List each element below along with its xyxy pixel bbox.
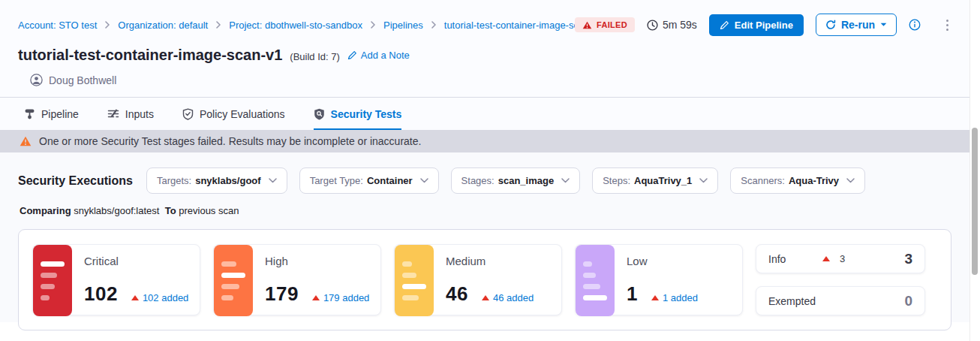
user-avatar-icon [30,74,43,86]
tab-policy-evaluations[interactable]: Policy Evaluations [182,98,285,130]
delta-up-icon [651,295,659,300]
low-severity-glyph [576,245,615,316]
delta-up-icon [482,295,489,300]
info-icon[interactable] [909,19,921,31]
chevron-right-icon [369,21,377,29]
filter-targets-label: Targets: [157,175,191,186]
delta-up-icon [312,295,320,300]
comparing-label: Comparing [20,205,71,216]
tab-policy-evaluations-label: Policy Evaluations [200,108,285,120]
exempted-card[interactable]: Exempted 0 [756,286,925,315]
comparing-target: snyklabs/goof:latest [74,205,159,216]
rerun-label: Re-run [841,19,875,31]
author-name: Doug Bothwell [49,74,116,86]
low-count: 1 [627,282,638,306]
build-id: (Build Id: 7) [290,51,339,62]
high-count: 179 [265,282,299,306]
high-card[interactable]: High 179 179 added [213,244,381,315]
critical-severity-glyph [33,245,72,316]
pipeline-icon [24,108,35,119]
medium-delta: 46 added [493,292,534,303]
tab-security-tests-label: Security Tests [331,108,402,120]
status-badge: FAILED [575,17,635,32]
chevron-down-icon [699,178,708,183]
filter-scanners-value: Aqua-Trivy [789,175,839,186]
tab-pipeline[interactable]: Pipeline [24,98,79,130]
warning-banner: One or more Security Test stages failed.… [0,130,969,152]
tab-inputs-label: Inputs [125,108,154,120]
tab-security-tests[interactable]: Security Tests [314,98,402,130]
breadcrumb: Account: STO test Organization: default … [18,20,575,31]
breadcrumb-project[interactable]: Project: dbothwell-sto-sandbox [229,20,362,31]
security-executions-panel: Security Executions Targets: snyklabs/go… [0,152,969,322]
refresh-icon [825,20,836,30]
duration: 5m 59s [647,19,697,31]
page-title: tutorial-test-container-image-scan-v1 [18,47,282,64]
shield-check-icon [182,108,194,120]
more-options-kebab-icon[interactable] [943,18,951,32]
critical-label: Critical [84,255,200,267]
author-row: Doug Bothwell [30,74,951,86]
duration-value: 5m 59s [663,19,697,31]
breadcrumb-account[interactable]: Account: STO test [18,20,97,31]
critical-count: 102 [84,282,118,306]
high-severity-glyph [214,245,253,316]
critical-card[interactable]: Critical 102 102 added [32,244,200,315]
chevron-down-icon [880,23,887,27]
security-shield-icon [314,108,325,120]
filter-stages[interactable]: Stages: scan_image [451,167,581,194]
high-label: High [265,255,380,267]
filter-target-type-label: Target Type: [310,175,363,186]
pencil-icon [347,50,357,60]
exempted-label: Exempted [768,295,822,307]
filter-targets[interactable]: Targets: snyklabs/goof [146,167,287,194]
low-delta: 1 added [663,292,698,303]
high-delta: 179 added [323,292,369,303]
info-label: Info [768,253,822,265]
pipeline-execution-page: Account: STO test Organization: default … [0,0,969,341]
filter-steps[interactable]: Steps: AquaTrivy_1 [592,167,718,194]
tab-inputs[interactable]: Inputs [107,98,154,130]
comparing-line: Comparing snyklabs/goof:latest To previo… [20,205,951,216]
chevron-down-icon [561,178,570,183]
filter-steps-label: Steps: [603,175,630,186]
filter-target-type[interactable]: Target Type: Container [299,167,439,194]
vertical-scrollbar [969,0,980,341]
medium-card[interactable]: Medium 46 46 added [394,244,562,315]
execution-tabs: Pipeline Inputs Policy Evaluations Secur… [0,98,969,130]
info-card[interactable]: Info 3 3 [756,244,925,273]
exempted-count: 0 [904,293,912,309]
chevron-down-icon [269,178,277,183]
clock-icon [647,20,658,31]
status-badge-label: FAILED [597,20,627,29]
info-count: 3 [904,251,912,267]
chevron-down-icon [846,178,855,183]
warning-triangle-icon [582,21,592,29]
comparing-to-label: To [165,205,176,216]
section-heading: Security Executions [18,174,133,188]
breadcrumb-organization[interactable]: Organization: default [118,20,208,31]
warning-triangle-icon [20,136,32,146]
delta-up-icon [822,256,830,261]
add-note-link[interactable]: Add a Note [347,50,410,61]
filter-stages-value: scan_image [498,175,554,186]
chevron-down-icon [420,178,428,183]
rerun-button[interactable]: Re-run [816,14,897,36]
chevron-right-icon [215,21,222,29]
scrollbar-thumb[interactable] [972,128,978,275]
medium-label: Medium [446,255,561,267]
medium-count: 46 [446,282,468,306]
filter-scanners[interactable]: Scanners: Aqua-Trivy [730,167,865,194]
tab-pipeline-label: Pipeline [41,108,79,120]
filter-target-type-value: Container [367,175,413,186]
warning-banner-message: One or more Security Test stages failed.… [39,135,421,147]
edit-pipeline-button[interactable]: Edit Pipeline [709,14,804,36]
chevron-right-icon [104,21,111,29]
pencil-icon [720,20,729,30]
comparing-baseline: previous scan [179,205,239,216]
breadcrumb-pipelines[interactable]: Pipelines [383,20,423,31]
low-card[interactable]: Low 1 1 added [575,244,743,315]
add-note-label: Add a Note [361,50,410,61]
inputs-icon [107,108,119,119]
page-header: Account: STO test Organization: default … [0,0,969,98]
